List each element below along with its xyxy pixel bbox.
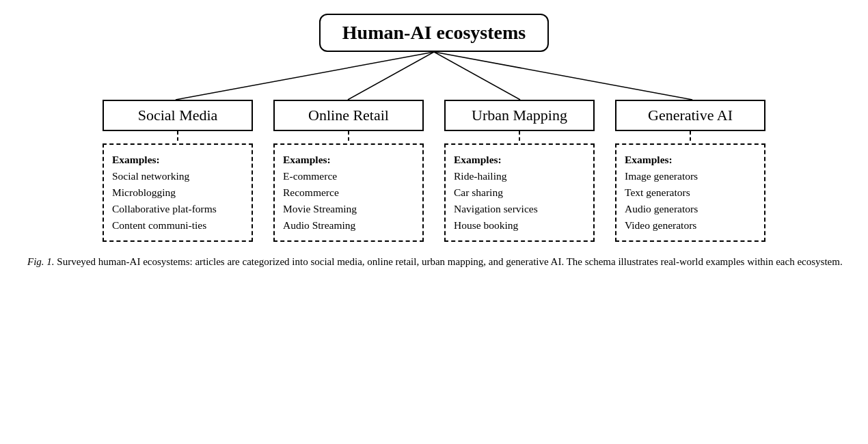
examples-box-online-retail: Examples:E-commerceRecommerceMovie Strea… <box>273 143 424 242</box>
root-connectors <box>21 52 847 100</box>
examples-label-social-media: Examples: <box>112 154 160 165</box>
example-item-generative-ai-3: Video generators <box>625 219 696 231</box>
v-connector-generative-ai <box>690 131 691 143</box>
root-title: Human-AI ecosystems <box>342 22 526 43</box>
level2-col-urban-mapping: Urban MappingExamples:Ride-hailingCar sh… <box>444 100 595 242</box>
v-connector-urban-mapping <box>519 131 520 143</box>
example-item-online-retail-0: E-commerce <box>283 170 337 182</box>
svg-line-0 <box>176 52 434 100</box>
examples-box-social-media: Examples:Social networkingMicrobloggingC… <box>103 143 253 242</box>
figure-caption: Fig. 1. Surveyed human-AI ecosystems: ar… <box>21 254 847 270</box>
caption-text: Surveyed human-AI ecosystems: articles a… <box>55 256 843 267</box>
example-item-urban-mapping-1: Car sharing <box>454 186 503 198</box>
example-item-online-retail-2: Movie Streaming <box>283 203 357 214</box>
example-item-generative-ai-1: Text generators <box>625 186 690 198</box>
example-item-generative-ai-2: Audio generators <box>625 203 698 214</box>
svg-line-3 <box>434 52 692 100</box>
v-connector-social-media <box>177 131 178 143</box>
example-item-social-media-3: Content communi-ties <box>112 219 206 231</box>
example-item-urban-mapping-3: House booking <box>454 219 518 231</box>
level2-col-online-retail: Online RetailExamples:E-commerceRecommer… <box>273 100 424 242</box>
level2-node-urban-mapping: Urban Mapping <box>444 100 595 131</box>
example-item-online-retail-3: Audio Streaming <box>283 219 355 231</box>
level2-node-online-retail: Online Retail <box>273 100 424 131</box>
examples-label-online-retail: Examples: <box>283 154 331 165</box>
diagram-container: Human-AI ecosystems Social MediaExamples… <box>21 14 847 242</box>
connector-lines-svg <box>21 52 847 100</box>
examples-box-urban-mapping: Examples:Ride-hailingCar sharingNavigati… <box>444 143 595 242</box>
example-item-social-media-2: Collaborative plat-forms <box>112 203 217 214</box>
examples-label-urban-mapping: Examples: <box>454 154 502 165</box>
svg-line-2 <box>434 52 520 100</box>
level2-row: Social MediaExamples:Social networkingMi… <box>21 100 847 242</box>
example-item-urban-mapping-2: Navigation services <box>454 203 538 214</box>
example-item-social-media-0: Social networking <box>112 170 189 182</box>
examples-label-generative-ai: Examples: <box>625 154 673 165</box>
level2-col-generative-ai: Generative AIExamples:Image generatorsTe… <box>615 100 765 242</box>
svg-line-1 <box>348 52 434 100</box>
caption-fig-label: Fig. 1. <box>27 256 55 267</box>
level2-node-generative-ai: Generative AI <box>615 100 765 131</box>
level2-node-social-media: Social Media <box>103 100 253 131</box>
example-item-generative-ai-0: Image generators <box>625 170 698 182</box>
example-item-urban-mapping-0: Ride-hailing <box>454 170 507 182</box>
root-node: Human-AI ecosystems <box>319 14 549 52</box>
v-connector-online-retail <box>348 131 349 143</box>
example-item-online-retail-1: Recommerce <box>283 186 339 198</box>
examples-box-generative-ai: Examples:Image generatorsText generators… <box>615 143 765 242</box>
level2-col-social-media: Social MediaExamples:Social networkingMi… <box>103 100 253 242</box>
example-item-social-media-1: Microblogging <box>112 186 176 198</box>
